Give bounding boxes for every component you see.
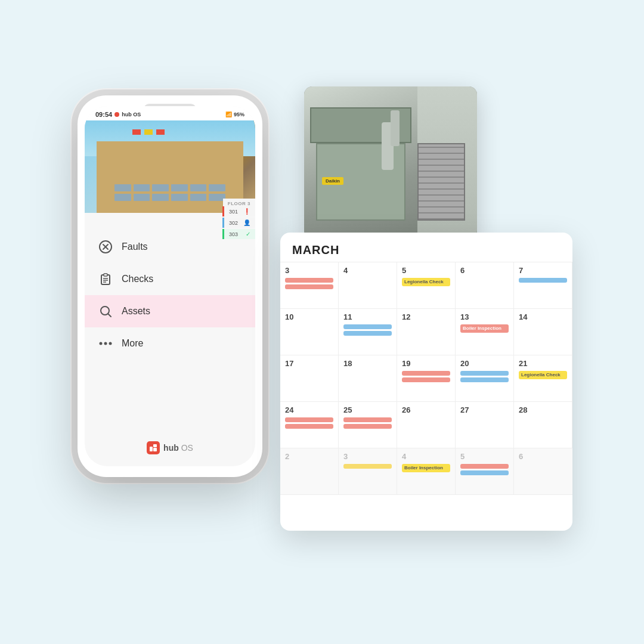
cal-day-number: 3 — [343, 452, 392, 461]
cal-day-number: 26 — [402, 405, 450, 414]
cal-event-tag: Legionella Check — [519, 371, 567, 379]
cal-bar-red — [343, 424, 392, 429]
room-number-301: 301 — [229, 209, 238, 215]
window — [190, 194, 207, 201]
cal-day-number: 27 — [460, 405, 509, 414]
cal-day-number: 19 — [402, 359, 450, 368]
cal-bar-blue — [343, 331, 392, 336]
more-label: More — [122, 338, 143, 349]
cal-cell-3: 3 — [280, 262, 339, 309]
person-icon: 👤 — [243, 219, 250, 226]
cal-bar-blue — [519, 278, 567, 283]
cal-day-number: 28 — [519, 405, 567, 414]
cal-bar-red — [343, 417, 392, 422]
flag-2 — [144, 129, 153, 135]
nav-item-more[interactable]: More — [85, 327, 255, 360]
cal-day-number: 5 — [460, 452, 509, 461]
cal-day-number: 21 — [519, 359, 567, 368]
wifi-icon: 📶 — [225, 112, 232, 117]
flag-3 — [156, 129, 165, 135]
cal-cell-20: 20 — [456, 355, 514, 402]
cal-day-number: 10 — [285, 312, 333, 321]
hvac-brand-label: Daikin — [322, 177, 343, 185]
cal-cell-2: 2 — [280, 448, 339, 495]
x-circle-icon — [98, 239, 113, 255]
cal-bar-red — [285, 278, 333, 283]
cal-event-tag: Boiler Inspection — [402, 464, 450, 472]
hub-brand-icon — [147, 441, 160, 454]
nav-item-checks[interactable]: Checks — [85, 263, 255, 295]
svg-rect-15 — [153, 448, 157, 451]
brand-name: hub OS — [163, 443, 193, 453]
hvac-image: Daikin — [304, 86, 477, 239]
cal-day-number: 24 — [285, 405, 333, 414]
faults-label: Faults — [122, 242, 148, 252]
window — [171, 194, 188, 201]
clipboard-icon — [98, 271, 113, 287]
cal-cell-28: 28 — [514, 402, 572, 448]
nav-item-assets[interactable]: Assets — [85, 295, 255, 327]
window — [190, 184, 207, 191]
calendar-month-header: MARCH — [280, 233, 572, 262]
hvac-grill — [417, 143, 465, 221]
cal-event-tag: Legionella Check — [402, 278, 450, 286]
hvac-photo: Daikin — [304, 86, 477, 239]
cal-day-number: 18 — [343, 359, 392, 368]
window — [114, 194, 131, 201]
cal-day-number: 6 — [519, 452, 568, 461]
cal-day-number: 14 — [519, 312, 567, 321]
window — [134, 194, 150, 201]
phone-mockup: 09:54 hub OS 📶 95% — [78, 95, 262, 477]
cal-day-number: 3 — [285, 266, 333, 275]
cal-cell-25: 25 — [339, 402, 397, 448]
cal-cell-5: 5Legionella Check — [397, 262, 456, 309]
room-badges: 301 ❗ 302 👤 303 ✓ — [222, 206, 255, 239]
cal-day-number: 17 — [285, 359, 333, 368]
cal-day-number: 4 — [343, 266, 392, 275]
cal-day-number: 20 — [460, 359, 509, 368]
alert-icon: ❗ — [243, 208, 250, 215]
hub-dot-icon — [114, 112, 119, 117]
room-badge-301: 301 ❗ — [222, 206, 255, 216]
cal-cell-18: 18 — [339, 355, 397, 402]
cal-event-tag: Boiler Inspection — [460, 324, 509, 333]
phone-screen: 09:54 hub OS 📶 95% — [85, 106, 255, 466]
window — [171, 184, 188, 191]
room-number-303: 303 — [229, 231, 238, 237]
svg-point-12 — [109, 342, 112, 345]
cal-bar-yellow — [343, 464, 392, 469]
status-right: 📶 95% — [225, 112, 244, 117]
cal-day-number: 7 — [519, 266, 567, 275]
svg-rect-4 — [104, 274, 107, 276]
cal-cell-5: 5 — [456, 448, 514, 495]
flag-1 — [132, 129, 141, 135]
window — [134, 184, 150, 191]
cal-bar-red — [285, 424, 333, 429]
room-number-302: 302 — [229, 220, 238, 226]
cal-day-number: 2 — [285, 452, 333, 461]
cal-cell-7: 7 — [514, 262, 572, 309]
cal-bar-red — [285, 417, 333, 422]
cal-cell-12: 12 — [397, 309, 456, 355]
calendar-grid: 345Legionella Check6710111213Boiler Insp… — [280, 262, 572, 495]
status-time: 09:54 — [95, 111, 112, 118]
cal-day-number: 25 — [343, 405, 392, 414]
cal-cell-26: 26 — [397, 402, 456, 448]
cal-day-number: 6 — [460, 266, 509, 275]
cal-day-number: 12 — [402, 312, 450, 321]
cal-bar-blue — [460, 371, 509, 376]
status-left: 09:54 hub OS — [95, 111, 141, 118]
hub-app-label: hub OS — [122, 112, 141, 117]
ellipsis-icon — [98, 336, 113, 351]
hvac-pipe-2 — [391, 110, 400, 146]
building-facade — [97, 141, 243, 213]
cal-bar-blue — [460, 377, 509, 382]
checks-label: Checks — [122, 274, 153, 284]
cal-cell-6: 6 — [514, 448, 572, 495]
room-badge-302: 302 👤 — [222, 218, 255, 228]
window — [152, 194, 169, 201]
cal-day-number: 11 — [343, 312, 392, 321]
brand-suffix: OS — [181, 443, 193, 453]
search-icon — [98, 304, 113, 319]
building-windows — [114, 184, 225, 201]
